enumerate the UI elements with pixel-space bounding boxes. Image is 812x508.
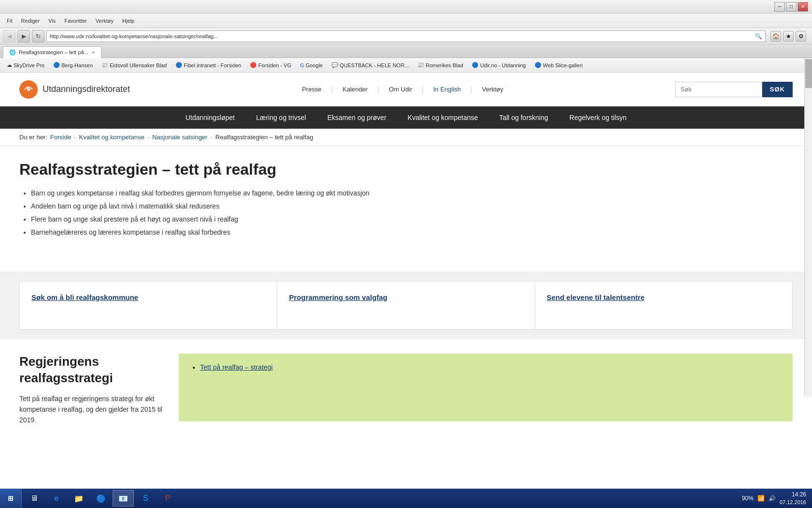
bullet-item-4: Barnehagelæreres og læreres kompetanse i… [31,227,416,238]
main-content-area: Realfagsstrategien – tett på realfag Bar… [0,146,435,271]
logo-text: Utdanningsdirektoratet [43,84,130,94]
logo-icon [19,80,38,99]
nav-regelverk[interactable]: Regelverk og tilsyn [559,106,637,129]
bookmark-forsiden[interactable]: 🔴 Forsiden - VG [247,61,294,69]
udir-label: Udir.no - Utdanning [480,62,526,68]
breadcrumb-sep-2: - [147,134,149,141]
eidsvoll-label: Eidsvoll Ullensaker Blad [110,62,167,68]
card-2: Programmering som valgfag [277,281,535,329]
nav-om-udir[interactable]: Om Udir [389,86,412,93]
scrollbar[interactable] [804,58,812,397]
settings-icon[interactable]: ⚙ [796,31,806,42]
second-title: Regjeringens realfagsstrategi [19,354,164,387]
back-button[interactable]: ◀ [3,30,15,43]
site-header: Utdanningsdirektoratet Presse | Kalender… [0,73,812,106]
questback-label: QUESTBACK - HELE NOR... [340,62,409,68]
card-1: Søk om å bli realfagskommune [19,281,277,329]
card-link-2[interactable]: Programmering som valgfag [289,293,387,301]
bookmarks-bar: ☁ SkyDrive Pro 🔵 Berg-Hansen 📰 Eidsvoll … [0,58,812,73]
forsiden-icon: 🔴 [250,62,257,68]
intro-bullet-list: Barn og unges kompetanse i realfag skal … [19,188,416,238]
close-button[interactable]: ✕ [798,2,808,12]
nav-kalender[interactable]: Kalender [343,86,368,93]
breadcrumb-prefix: Du er her: [19,134,47,141]
nav-kvalitet[interactable]: Kvalitet og kompetanse [397,106,489,129]
bookmark-fibel[interactable]: 🔵 Fibel intranett - Forsiden [173,61,244,69]
menu-fil[interactable]: Fil [4,17,15,25]
svg-point-1 [27,88,30,91]
bookmark-questback[interactable]: 💬 QUESTBACK - HELE NOR... [329,61,412,69]
menu-favoritter[interactable]: Favoritter [61,17,89,25]
tab-favicon: 🌐 [9,49,16,56]
bookmark-berghansen[interactable]: 🔵 Berg-Hansen [50,61,96,69]
search-button[interactable]: SØK [762,82,793,97]
cards-section: Søk om å bli realfagskommune Programmeri… [0,271,812,339]
romerikes-label: Romerikes Blad [426,62,464,68]
favorites-icon[interactable]: ★ [783,31,794,42]
fibel-icon: 🔵 [175,62,182,68]
tab-close-icon[interactable]: ✕ [91,50,95,55]
main-nav: Utdanningsløpet Læring og trivsel Eksame… [0,106,812,129]
eidsvoll-icon: 📰 [102,62,108,68]
nav-divider-3: | [422,86,424,93]
tab-label: Realfagsstrategien – tett på... [19,49,88,55]
tab-bar: 🌐 Realfagsstrategien – tett på... ✕ [0,45,812,58]
nav-verktoy[interactable]: Verktøy [482,86,503,93]
romerikes-icon: 📰 [418,62,424,68]
webslice-icon: 🔵 [535,62,541,68]
bookmark-romerikes[interactable]: 📰 Romerikes Blad [415,61,466,69]
bookmark-skydrive[interactable]: ☁ SkyDrive Pro [4,61,47,69]
website-content: Utdanningsdirektoratet Presse | Kalender… [0,73,812,440]
bookmark-webslice[interactable]: 🔵 Web Slice-galleri [532,61,585,69]
bookmark-eidsvoll[interactable]: 📰 Eidsvoll Ullensaker Blad [99,61,170,69]
menu-vis[interactable]: Vis [45,17,58,25]
card-link-3[interactable]: Send elevene til talentsentre [547,293,645,301]
menu-rediger[interactable]: Rediger [18,17,43,25]
sidebar-link-item-1: Tett på realfag – strategi [200,363,781,371]
nav-tall[interactable]: Tall og forskning [489,106,559,129]
bullet-item-2: Andelen barn og unge på lavt nivå i mate… [31,201,416,211]
nav-presse[interactable]: Presse [302,86,321,93]
logo-area: Utdanningsdirektoratet [19,80,130,99]
skydrive-icon: ☁ [7,62,12,68]
bookmark-google[interactable]: G Google [297,61,326,69]
second-text: Tett på realfag er regjeringens strategi… [19,393,164,426]
home-icon[interactable]: 🏠 [770,31,781,42]
breadcrumb-nasjonale[interactable]: Nasjonale satsinger [152,134,207,141]
search-input[interactable] [675,82,762,97]
nav-eksamen[interactable]: Eksamen og prøver [317,106,397,129]
menu-verktoy[interactable]: Verktøy [93,17,116,25]
google-label: Google [305,62,322,68]
skydrive-label: SkyDrive Pro [14,62,44,68]
fibel-label: Fibel intranett - Forsiden [184,62,241,68]
nav-utdanningslop[interactable]: Utdanningsløpet [175,106,246,129]
bullet-item-3: Flere barn og unge skal prestere på et h… [31,214,416,224]
sidebar-link-list: Tett på realfag – strategi [190,363,781,371]
card-link-1[interactable]: Søk om å bli realfagskommune [31,293,138,301]
nav-bar: ◀ ▶ ↻ http://www.udir.no/kvalitet-og-kom… [0,28,812,45]
breadcrumb-kvalitet[interactable]: Kvalitet og kompetanse [79,134,145,141]
forward-button[interactable]: ▶ [17,30,30,43]
refresh-button[interactable]: ↻ [32,30,44,43]
minimize-button[interactable]: ─ [774,2,785,12]
second-section: Regjeringens realfagsstrategi Tett på re… [0,339,812,440]
maximize-button[interactable]: □ [786,2,797,12]
nav-laering[interactable]: Læring og trivsel [246,106,317,129]
menu-bar: Fil Rediger Vis Favoritter Verktøy Hjelp [0,14,812,28]
address-bar[interactable]: http://www.udir.no/kvalitet-og-kompetans… [46,30,766,42]
breadcrumb-sep-1: - [74,134,76,141]
berghansen-icon: 🔵 [53,62,60,68]
sidebar-link-1[interactable]: Tett på realfag – strategi [200,363,273,371]
questback-icon: 💬 [332,62,338,68]
active-tab[interactable]: 🌐 Realfagsstrategien – tett på... ✕ [3,46,102,58]
menu-hjelp[interactable]: Hjelp [119,17,137,25]
breadcrumb-current: Realfagsstrategien – tett på realfag [216,134,313,141]
nav-in-english[interactable]: In English [433,86,461,93]
second-left-panel: Regjeringens realfagsstrategi Tett på re… [19,354,164,426]
breadcrumb: Du er her: Forside - Kvalitet og kompeta… [0,129,812,146]
scroll-thumb[interactable] [805,59,812,88]
breadcrumb-forside[interactable]: Forside [50,134,71,141]
udir-icon: 🔵 [472,62,478,68]
bullet-item-1: Barn og unges kompetanse i realfag skal … [31,188,416,198]
bookmark-udir[interactable]: 🔵 Udir.no - Utdanning [469,61,529,69]
